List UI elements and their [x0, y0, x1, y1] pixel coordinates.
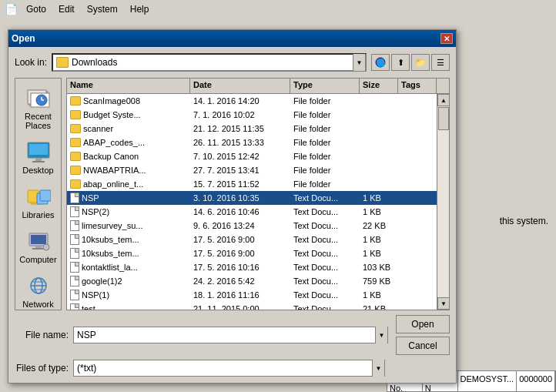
look-in-value: Downloads: [53, 57, 353, 68]
file-tags-cell: [398, 156, 437, 157]
menu-goto[interactable]: Goto: [22, 2, 51, 16]
file-tags-cell: [398, 266, 437, 268]
folder-icon: [70, 110, 81, 119]
filetype-input[interactable]: [74, 363, 372, 374]
right-panel-text: this system.: [500, 216, 548, 226]
filetype-dropdown-arrow[interactable]: ▼: [372, 360, 384, 377]
file-size-cell: 1 KB: [360, 193, 398, 203]
doc-icon: [70, 193, 79, 203]
open-button[interactable]: Open: [396, 315, 450, 333]
toolbar-btn-view[interactable]: ☰: [431, 54, 450, 71]
file-tags-cell: [398, 225, 437, 226]
file-date-cell: 14. 1. 2016 14:20: [190, 95, 290, 106]
svg-text:🌐: 🌐: [377, 59, 386, 68]
file-name-cell: NWABAPTRIA...: [67, 165, 190, 176]
sidebar-label-network: Network: [22, 300, 53, 309]
file-tags-cell: [398, 183, 437, 185]
file-row[interactable]: ABAP_codes_...26. 11. 2015 13:33File fol…: [67, 136, 437, 149]
scrollbar-down[interactable]: ▼: [437, 297, 450, 310]
file-name-text: limesurvey_su...: [82, 221, 142, 230]
filename-row: File name: ▼ Open Cancel: [15, 315, 450, 355]
sidebar-item-recent-places[interactable]: Recent Places: [17, 82, 59, 134]
menu-help[interactable]: Help: [126, 2, 154, 16]
col-header-date[interactable]: Date: [190, 79, 290, 93]
file-size-cell: [360, 128, 398, 129]
svg-rect-18: [35, 246, 42, 248]
filename-input-wrap[interactable]: ▼: [73, 327, 388, 343]
look-in-arrow[interactable]: ▼: [353, 54, 365, 71]
file-name-cell: 10ksubs_tem...: [67, 233, 190, 246]
bottom-cell-3: DEMOSYST...: [458, 371, 517, 391]
file-tags-cell: [398, 211, 437, 213]
toolbar-btn-back[interactable]: 🌐: [371, 54, 390, 71]
file-row[interactable]: abap_online_t...15. 7. 2015 11:52File fo…: [67, 177, 437, 191]
file-type-cell: Text Docu...: [290, 262, 360, 273]
file-row[interactable]: limesurvey_su...9. 6. 2016 13:24Text Doc…: [67, 219, 437, 233]
col-header-name[interactable]: Name: [67, 79, 190, 93]
file-row[interactable]: google(1)224. 2. 2016 5:42Text Docu...75…: [67, 274, 437, 288]
file-name-cell: abap_online_t...: [67, 179, 190, 189]
file-date-cell: 26. 11. 2015 13:33: [190, 137, 290, 148]
file-name-cell: NSP(1): [67, 289, 190, 301]
sidebar-item-libraries[interactable]: Libraries: [17, 180, 59, 223]
file-row[interactable]: Budget Syste...7. 1. 2016 10:02File fold…: [67, 108, 437, 122]
file-size-cell: [360, 156, 398, 157]
file-type-cell: File folder: [290, 123, 360, 134]
file-row[interactable]: 10ksubs_tem...17. 5. 2016 9:00Text Docu.…: [67, 233, 437, 246]
look-in-dropdown[interactable]: Downloads ▼: [52, 53, 367, 72]
file-row[interactable]: Backup Canon7. 10. 2015 12:42File folder: [67, 149, 437, 163]
menu-edit[interactable]: Edit: [54, 2, 79, 16]
doc-icon: [70, 220, 79, 231]
file-type-cell: Text Docu...: [290, 248, 360, 259]
file-row[interactable]: NWABAPTRIA...27. 7. 2015 13:41File folde…: [67, 163, 437, 177]
sidebar-item-desktop[interactable]: Desktop: [17, 136, 59, 179]
bottom-cell-4: 0000000: [517, 371, 555, 391]
file-row[interactable]: 10ksubs_tem...17. 5. 2016 9:00Text Docu.…: [67, 246, 437, 260]
filetype-input-wrap[interactable]: ▼: [73, 360, 385, 377]
sidebar-item-computer[interactable]: Computer: [17, 225, 59, 268]
file-type-cell: File folder: [290, 137, 360, 148]
file-date-cell: 3. 10. 2016 10:35: [190, 193, 290, 203]
sidebar-item-network[interactable]: Network: [17, 270, 59, 313]
file-list-area: Name Date Type Size Tags ScanImage00814.…: [66, 78, 450, 310]
menu-system[interactable]: System: [82, 2, 122, 16]
toolbar-btn-newfolder[interactable]: 📁: [411, 54, 430, 71]
cancel-button[interactable]: Cancel: [396, 337, 450, 355]
file-name-cell: NSP(2): [67, 206, 190, 218]
scrollbar-thumb[interactable]: [438, 107, 449, 130]
file-name-text: test: [82, 304, 95, 310]
file-date-cell: 24. 2. 2016 5:42: [190, 276, 290, 286]
file-tags-cell: [398, 280, 437, 282]
file-date-cell: 21. 11. 2015 0:00: [190, 303, 290, 310]
file-type-cell: File folder: [290, 165, 360, 176]
file-date-cell: 14. 6. 2016 10:46: [190, 206, 290, 217]
close-button[interactable]: ✕: [440, 33, 453, 44]
filetype-row: Files of type: ▼: [15, 360, 450, 377]
svg-rect-9: [29, 144, 48, 155]
doc-icon: [70, 276, 79, 286]
filename-input[interactable]: [74, 330, 375, 340]
doc-icon: [70, 206, 79, 217]
scrollbar-up[interactable]: ▲: [437, 94, 450, 106]
file-size-cell: 21 KB: [360, 303, 398, 310]
file-row[interactable]: ScanImage00814. 1. 2016 14:20File folder: [67, 94, 437, 108]
folder-icon: [70, 138, 81, 147]
file-row[interactable]: scanner21. 12. 2015 11:35File folder: [67, 122, 437, 136]
file-row[interactable]: NSP(1)18. 1. 2016 11:16Text Docu...1 KB: [67, 288, 437, 302]
file-row[interactable]: NSP(2)14. 6. 2016 10:46Text Docu...1 KB: [67, 205, 437, 219]
file-name-cell: NSP: [67, 192, 190, 204]
filename-dropdown-arrow[interactable]: ▼: [375, 327, 387, 343]
file-list-container: ScanImage00814. 1. 2016 14:20File folder…: [67, 94, 449, 310]
file-row[interactable]: kontaktlist_la...17. 5. 2016 10:16Text D…: [67, 260, 437, 274]
file-name-text: NWABAPTRIA...: [83, 166, 146, 175]
file-row[interactable]: test21. 11. 2015 0:00Text Docu...21 KB: [67, 302, 437, 310]
file-tags-cell: [398, 142, 437, 143]
toolbar-buttons: 🌐 ⬆ 📁 ☰: [371, 54, 450, 71]
scrollbar[interactable]: ▲ ▼: [437, 94, 449, 310]
file-name-text: 10ksubs_tem...: [82, 249, 139, 258]
file-row[interactable]: NSP3. 10. 2016 10:35Text Docu...1 KB: [67, 191, 437, 205]
col-header-tags[interactable]: Tags: [398, 79, 437, 93]
toolbar-btn-up[interactable]: ⬆: [391, 54, 410, 71]
col-header-size[interactable]: Size: [360, 79, 398, 93]
col-header-type[interactable]: Type: [290, 79, 360, 93]
